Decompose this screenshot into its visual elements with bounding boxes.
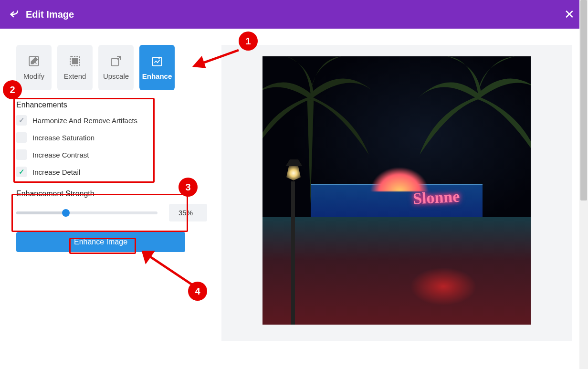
tab-upscale[interactable]: Upscale xyxy=(98,45,134,90)
option-saturation: Increase Saturation xyxy=(16,132,207,143)
enhancements-title: Enhancements xyxy=(16,101,207,109)
checkbox-detail[interactable] xyxy=(16,167,27,177)
extend-icon xyxy=(69,55,81,67)
scrollbar-thumb[interactable] xyxy=(580,0,587,200)
checkbox-harmonize[interactable] xyxy=(16,115,27,126)
option-detail: Increase Detail xyxy=(16,167,207,177)
strength-row: 35% xyxy=(16,204,207,221)
modify-icon xyxy=(28,55,40,67)
vertical-scrollbar[interactable] xyxy=(579,0,588,369)
tab-bar: Modify Extend Upscale Enhance xyxy=(16,45,207,90)
page-title: Edit Image xyxy=(26,9,74,20)
option-contrast: Increase Contrast xyxy=(16,149,207,160)
tab-enhance[interactable]: Enhance xyxy=(139,45,175,90)
slider-fill xyxy=(16,211,66,214)
enhance-image-button[interactable]: Enhance Image xyxy=(16,232,185,252)
close-icon[interactable]: ✕ xyxy=(560,5,578,24)
checkbox-contrast[interactable] xyxy=(16,149,27,160)
option-label: Increase Saturation xyxy=(32,134,94,142)
back-icon[interactable] xyxy=(10,10,19,19)
option-harmonize: Harmonize And Remove Artifacts xyxy=(16,115,207,126)
header-left: Edit Image xyxy=(10,9,74,20)
preview-image: Slonne xyxy=(262,56,531,325)
tab-extend[interactable]: Extend xyxy=(57,45,93,90)
enhance-icon xyxy=(151,55,163,67)
tab-label: Upscale xyxy=(103,72,129,80)
option-label: Increase Detail xyxy=(32,168,80,176)
option-label: Harmonize And Remove Artifacts xyxy=(32,116,137,125)
svg-rect-2 xyxy=(73,59,78,64)
sidebar: Modify Extend Upscale Enhance xyxy=(16,45,207,341)
strength-value: 35% xyxy=(169,204,207,221)
tab-label: Enhance xyxy=(142,72,172,80)
strength-slider[interactable] xyxy=(16,211,158,214)
tab-label: Modify xyxy=(23,72,44,80)
tab-label: Extend xyxy=(64,72,86,80)
strength-title: Enhancement Strength xyxy=(16,190,207,198)
tab-modify[interactable]: Modify xyxy=(16,45,52,90)
upscale-icon xyxy=(110,55,122,67)
option-label: Increase Contrast xyxy=(32,151,89,159)
header-bar: Edit Image ✕ xyxy=(0,0,588,29)
checkbox-saturation[interactable] xyxy=(16,132,27,143)
svg-rect-3 xyxy=(111,59,118,66)
slider-thumb[interactable] xyxy=(62,209,70,217)
content-area: Modify Extend Upscale Enhance xyxy=(0,29,588,341)
preview-panel: Slonne xyxy=(221,45,572,341)
